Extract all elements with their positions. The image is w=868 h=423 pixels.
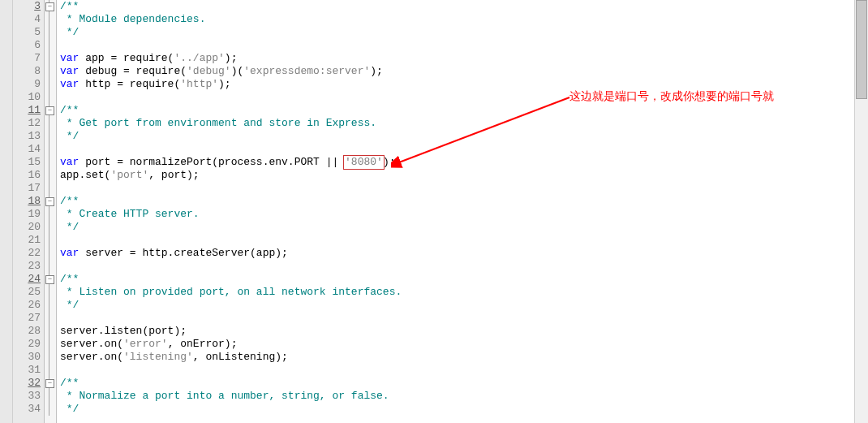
code-line[interactable]: var debug = require('debug')('expressdem… (60, 65, 854, 78)
line-number: 21 (13, 234, 41, 247)
line-number: 11 (13, 104, 41, 117)
code-line[interactable]: */ (60, 403, 854, 416)
line-number: 5 (13, 26, 41, 39)
line-number: 26 (13, 299, 41, 312)
line-number: 17 (13, 182, 41, 195)
code-line[interactable]: var app = require('../app'); (60, 52, 854, 65)
line-number: 6 (13, 39, 41, 52)
code-line[interactable] (60, 234, 854, 247)
fold-toggle[interactable]: − (45, 275, 54, 284)
code-line[interactable]: * Module dependencies. (60, 13, 854, 26)
fold-column[interactable]: −−−−− (45, 0, 57, 423)
line-number: 10 (13, 91, 41, 104)
annotation-text: 这边就是端口号，改成你想要的端口号就 (569, 89, 774, 102)
line-number: 30 (13, 351, 41, 364)
vertical-scrollbar[interactable] (854, 0, 868, 423)
code-line[interactable] (60, 312, 854, 325)
line-number: 22 (13, 247, 41, 260)
line-number: 23 (13, 260, 41, 273)
code-line[interactable]: server.on('error', onError); (60, 338, 854, 351)
code-line[interactable] (60, 182, 854, 195)
line-number: 4 (13, 13, 41, 26)
line-number: 16 (13, 169, 41, 182)
line-number: 19 (13, 208, 41, 221)
left-margin (0, 0, 13, 423)
scrollbar-thumb[interactable] (856, 0, 867, 99)
code-line[interactable]: /** (60, 377, 854, 390)
code-line[interactable]: server.on('listening', onListening); (60, 351, 854, 364)
line-number: 3 (13, 0, 41, 13)
code-line[interactable]: server.listen(port); (60, 325, 854, 338)
line-number: 7 (13, 52, 41, 65)
line-number: 32 (13, 377, 41, 390)
fold-toggle[interactable]: − (45, 379, 54, 388)
code-line[interactable] (60, 143, 854, 156)
line-number: 14 (13, 143, 41, 156)
line-number: 15 (13, 156, 41, 169)
code-line[interactable] (60, 364, 854, 377)
line-number: 20 (13, 221, 41, 234)
line-number: 27 (13, 312, 41, 325)
code-line[interactable]: * Listen on provided port, on all networ… (60, 286, 854, 299)
code-line[interactable]: * Create HTTP server. (60, 208, 854, 221)
code-line[interactable]: var port = normalizePort(process.env.POR… (60, 156, 854, 169)
code-line[interactable]: /** (60, 0, 854, 13)
fold-toggle[interactable]: − (45, 197, 54, 206)
line-number: 13 (13, 130, 41, 143)
fold-toggle[interactable]: − (45, 106, 54, 115)
line-number: 31 (13, 364, 41, 377)
code-area[interactable]: 这边就是端口号，改成你想要的端口号就 /** * Module dependen… (57, 0, 854, 423)
line-number: 29 (13, 338, 41, 351)
line-number: 34 (13, 403, 41, 416)
code-line[interactable]: * Normalize a port into a number, string… (60, 390, 854, 403)
line-number: 28 (13, 325, 41, 338)
line-number: 9 (13, 78, 41, 91)
code-line[interactable]: /** (60, 195, 854, 208)
line-number: 12 (13, 117, 41, 130)
code-editor: 3456789101112131415161718192021222324252… (0, 0, 868, 423)
line-number: 8 (13, 65, 41, 78)
fold-toggle[interactable]: − (45, 2, 54, 11)
code-line[interactable]: */ (60, 26, 854, 39)
code-line[interactable]: */ (60, 130, 854, 143)
line-number-gutter[interactable]: 3456789101112131415161718192021222324252… (13, 0, 45, 423)
code-line[interactable]: * Get port from environment and store in… (60, 117, 854, 130)
code-line[interactable] (60, 39, 854, 52)
code-line[interactable]: */ (60, 299, 854, 312)
code-line[interactable]: /** (60, 104, 854, 117)
line-number: 18 (13, 195, 41, 208)
code-line[interactable]: app.set('port', port); (60, 169, 854, 182)
code-line[interactable]: var server = http.createServer(app); (60, 247, 854, 260)
line-number: 33 (13, 390, 41, 403)
line-number: 24 (13, 273, 41, 286)
line-number: 25 (13, 286, 41, 299)
code-line[interactable]: */ (60, 221, 854, 234)
code-line[interactable]: /** (60, 273, 854, 286)
code-line[interactable] (60, 260, 854, 273)
